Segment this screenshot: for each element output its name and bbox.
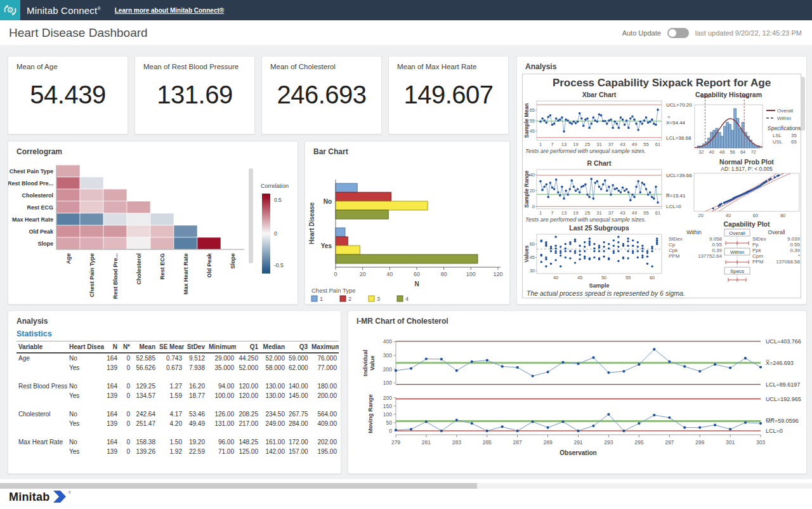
footer-brand-text: Minitab: [9, 491, 49, 504]
svg-text:2: 2: [348, 296, 351, 302]
svg-text:Slope: Slope: [230, 253, 236, 269]
svg-text:Capability Histogram: Capability Histogram: [695, 91, 762, 98]
svg-text:Pp: Pp: [752, 242, 759, 248]
svg-text:Age: Age: [65, 253, 72, 264]
statistics-data-table: VariableHeart DiseaseNN*MeanSE MeanStDev…: [16, 341, 339, 465]
svg-text:Overall: Overall: [729, 230, 745, 236]
table-row: Yes1390134.571.5918.77100.00120.00130.00…: [16, 391, 339, 400]
svg-text:137752.64: 137752.64: [698, 253, 722, 259]
horizontal-scrollbar[interactable]: [0, 483, 812, 489]
footer-reg: ®: [68, 491, 70, 494]
learn-more-link[interactable]: Learn more about Minitab Connect®: [115, 7, 224, 14]
svg-text:299: 299: [695, 439, 704, 446]
svg-text:31: 31: [596, 142, 601, 147]
horizontal-scrollbar-thumb[interactable]: [0, 483, 477, 489]
card-value: 131.69: [135, 81, 254, 109]
svg-text:StDev: StDev: [752, 236, 766, 242]
panel-title: Bar Chart: [305, 142, 509, 156]
card-value: 246.693: [262, 81, 381, 109]
svg-text:48: 48: [719, 149, 724, 155]
svg-text:283: 283: [452, 439, 461, 446]
svg-text:13: 13: [561, 142, 566, 147]
svg-text:UCL=192.965: UCL=192.965: [766, 396, 801, 402]
correlogram-scrollbar-thumb[interactable]: [249, 168, 253, 263]
column-header: Median: [260, 341, 287, 354]
svg-text:AD: 1.517, P: < 0.005: AD: 1.517, P: < 0.005: [721, 166, 773, 172]
svg-text:50: 50: [386, 420, 393, 426]
svg-text:0: 0: [334, 271, 337, 277]
svg-text:49: 49: [632, 210, 637, 216]
svg-text:20: 20: [530, 188, 535, 194]
svg-text:56: 56: [730, 149, 735, 155]
svg-text:Overall: Overall: [777, 108, 794, 114]
panel-bar-chart: Bar Chart NoYes020406080100120NHeart Dis…: [304, 141, 510, 305]
bar-chart: NoYes020406080100120NHeart DiseaseChest …: [305, 158, 508, 303]
svg-text:StDev: StDev: [669, 236, 683, 242]
column-header: N*: [119, 341, 132, 354]
statistics-table: VariableHeart DiseaseNN*MeanSE MeanStDev…: [8, 341, 341, 465]
table-row: Yes139056.6260.6737.93835.00052.00058.00…: [16, 363, 339, 373]
svg-text:LCL=0: LCL=0: [766, 428, 783, 434]
table-row: Yes1390139.261.9222.5971.00125.00142.001…: [16, 447, 339, 456]
svg-text:60: 60: [530, 241, 535, 247]
svg-text:37: 37: [608, 210, 613, 216]
card-label: Mean of Rest Blood Pressure: [135, 56, 254, 70]
svg-text:35: 35: [791, 133, 797, 138]
sixpack-charts: 45556517131925313743495561Xbar ChartSamp…: [523, 74, 801, 298]
svg-text:UCL=39.66: UCL=39.66: [666, 173, 692, 178]
svg-text:0: 0: [274, 230, 277, 237]
svg-text:N: N: [414, 281, 419, 288]
svg-text:0.55: 0.55: [712, 242, 722, 248]
table-row: CholesterolNo1640242.644.1753.46126.0020…: [16, 409, 339, 419]
svg-text:0.39: 0.39: [790, 248, 800, 253]
svg-text:289: 289: [543, 439, 552, 446]
svg-text:LCL=0: LCL=0: [666, 204, 681, 209]
table-row: AgeNo164052.5850.7439.51229.00044.25052.…: [16, 353, 339, 363]
column-header: SE Mean: [157, 341, 184, 354]
column-header: Q3: [287, 341, 310, 354]
svg-text:*: *: [798, 253, 800, 259]
svg-text:295: 295: [634, 439, 643, 446]
svg-text:291: 291: [573, 439, 582, 446]
svg-text:0.39: 0.39: [712, 248, 722, 253]
minitab-connect-logo[interactable]: ⚙: [0, 0, 20, 20]
svg-text:Max Heart Rate: Max Heart Rate: [183, 253, 189, 294]
svg-text:Old Peak: Old Peak: [29, 228, 54, 235]
app-root: ⚙ Minitab Connect® Learn more about Mini…: [0, 0, 812, 509]
svg-text:55: 55: [530, 118, 535, 124]
svg-text:UCL=70.20: UCL=70.20: [666, 102, 692, 108]
svg-text:Rest Blood Pre...: Rest Blood Pre...: [112, 253, 119, 299]
toggle-knob: [669, 29, 676, 37]
svg-text:No: No: [324, 198, 332, 205]
svg-text:43: 43: [620, 210, 625, 216]
svg-text:=: =: [667, 114, 671, 120]
panel-imr-chart: I-MR Chart of Cholesterol 100200300400UC…: [348, 310, 807, 474]
svg-text:20: 20: [360, 271, 366, 277]
auto-update-toggle[interactable]: [667, 28, 689, 38]
svg-text:Chest Pain Type: Chest Pain Type: [89, 253, 95, 297]
svg-text:61: 61: [655, 210, 660, 216]
svg-text:60: 60: [650, 275, 655, 281]
svg-text:-0.5: -0.5: [274, 262, 284, 268]
sixpack-report: Process Capability Sixpack Report for Ag…: [522, 74, 801, 298]
svg-text:Yes: Yes: [321, 242, 332, 249]
svg-text:37: 37: [608, 142, 613, 147]
svg-text:55: 55: [625, 275, 631, 281]
statistics-section-link[interactable]: Statistics: [16, 329, 341, 338]
svg-text:Xbar Chart: Xbar Chart: [582, 91, 617, 98]
svg-text:40: 40: [726, 213, 731, 218]
svg-text:Cholesterol: Cholesterol: [22, 192, 53, 199]
svg-text:X=54.44: X=54.44: [666, 120, 686, 126]
svg-text:Cpm: Cpm: [752, 253, 763, 259]
svg-text:45: 45: [530, 128, 535, 134]
vertical-scrollbar-thumb[interactable]: [801, 77, 805, 131]
svg-text:Chest Pain Type: Chest Pain Type: [10, 168, 53, 175]
svg-text:40: 40: [553, 275, 558, 281]
panel-correlogram: Correlogram Chest Pain TypeRest Blood Pr…: [8, 141, 298, 305]
last-updated-text: last updated 9/20/22, 12:45:23 PM: [695, 29, 802, 37]
column-header: StDev: [184, 341, 207, 354]
svg-text:LCL=38.68: LCL=38.68: [666, 135, 691, 141]
table-row: Rest Blood PressureNo1640129.251.2716.20…: [16, 381, 339, 391]
svg-text:25: 25: [585, 210, 590, 216]
svg-text:Value: Value: [369, 355, 376, 371]
